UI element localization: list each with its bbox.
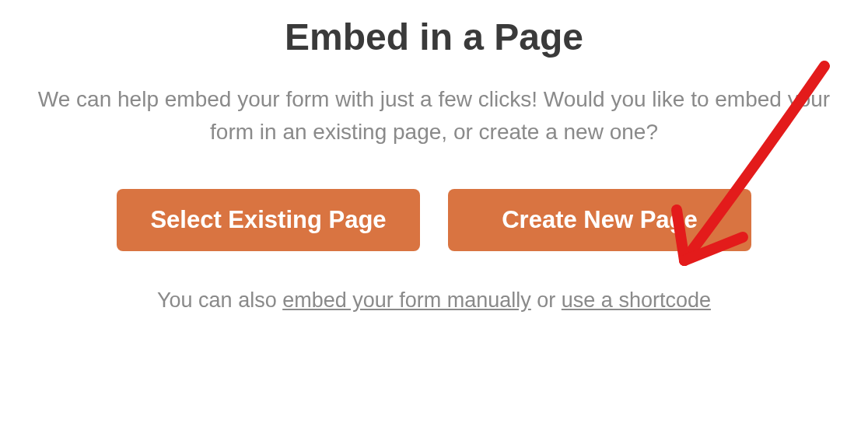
- footer-text: You can also embed your form manually or…: [157, 288, 711, 313]
- modal-subtitle: We can help embed your form with just a …: [22, 83, 846, 149]
- button-row: Select Existing Page Create New Page: [117, 189, 751, 251]
- modal-title: Embed in a Page: [285, 16, 583, 58]
- embed-manually-link[interactable]: embed your form manually: [282, 288, 531, 312]
- create-new-page-button[interactable]: Create New Page: [448, 189, 751, 251]
- select-existing-page-button[interactable]: Select Existing Page: [117, 189, 420, 251]
- footer-prefix: You can also: [157, 288, 282, 312]
- use-shortcode-link[interactable]: use a shortcode: [562, 288, 711, 312]
- footer-middle: or: [531, 288, 562, 312]
